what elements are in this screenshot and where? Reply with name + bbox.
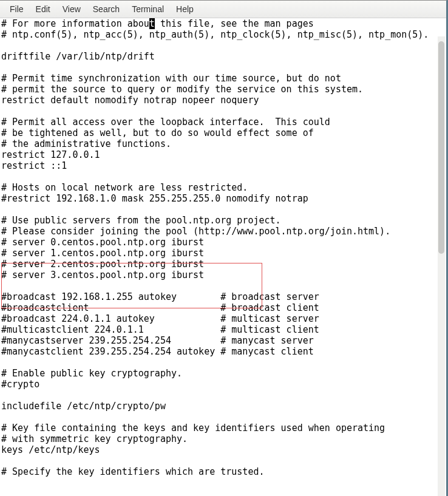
menu-help[interactable]: Help (170, 3, 200, 15)
menu-terminal[interactable]: Terminal (126, 3, 170, 15)
terminal-line: #multicastclient 224.0.1.1 # multicast c… (1, 324, 445, 335)
terminal-line: # Key file containing the keys and key i… (1, 423, 445, 433)
cursor: t (149, 18, 155, 29)
terminal-line: # Please consider joining the pool (http… (1, 226, 445, 237)
terminal-content[interactable]: # For more information about this file, … (0, 18, 446, 477)
terminal-line (1, 390, 445, 401)
terminal-line (1, 62, 445, 73)
terminal-line (1, 357, 445, 368)
terminal-line: # Hosts on local network are less restri… (1, 182, 445, 193)
terminal-line: keys /etc/ntp/keys (1, 444, 445, 455)
menu-search[interactable]: Search (87, 3, 126, 15)
terminal-line: # Permit time synchronization with our t… (1, 73, 445, 84)
terminal-line (1, 40, 445, 51)
terminal-line: # server 1.centos.pool.ntp.org iburst (1, 248, 445, 259)
terminal-line (1, 455, 445, 466)
terminal-line: # Use public servers from the pool.ntp.o… (1, 215, 445, 226)
terminal-line (1, 412, 445, 423)
terminal-line: #crypto (1, 379, 445, 390)
terminal-line: # Permit all access over the loopback in… (1, 117, 445, 127)
terminal-line: # Enable public key cryptography. (1, 368, 445, 379)
terminal-line (1, 204, 445, 215)
terminal-line: #broadcast 192.168.1.255 autokey # broad… (1, 291, 445, 302)
text-segment: this file, see the man pages (155, 18, 314, 29)
terminal-line: # with symmetric key cryptography. (1, 433, 445, 444)
terminal-line: # ntp.conf(5), ntp_acc(5), ntp_auth(5), … (1, 29, 445, 40)
terminal-line: # server 2.centos.pool.ntp.org iburst (1, 259, 445, 270)
terminal-line: restrict default nomodify notrap nopeer … (1, 95, 445, 106)
terminal-line: # Specify the key identifiers which are … (1, 466, 445, 477)
terminal-line (1, 171, 445, 182)
terminal-line: #broadcast 224.0.1.1 autokey # multicast… (1, 313, 445, 324)
terminal-line (1, 280, 445, 291)
text-segment: # For more information abou (1, 18, 149, 29)
terminal-line: # For more information about this file, … (1, 18, 445, 29)
terminal-line: #manycastserver 239.255.254.254 # manyca… (1, 335, 445, 346)
terminal-line: # permit the source to query or modify t… (1, 84, 445, 95)
terminal-area[interactable]: # For more information about this file, … (0, 18, 446, 496)
menu-view[interactable]: View (56, 3, 87, 15)
menubar: File Edit View Search Terminal Help (0, 1, 446, 18)
menu-edit[interactable]: Edit (30, 3, 56, 15)
terminal-line (1, 106, 445, 117)
terminal-line: includefile /etc/ntp/crypto/pw (1, 401, 445, 412)
terminal-line: # be tightened as well, but to do so wou… (1, 127, 445, 138)
terminal-line: # server 3.centos.pool.ntp.org iburst (1, 270, 445, 280)
terminal-line: #restrict 192.168.1.0 mask 255.255.255.0… (1, 193, 445, 204)
terminal-line: driftfile /var/lib/ntp/drift (1, 51, 445, 62)
menu-file[interactable]: File (4, 3, 30, 15)
terminal-line: restrict ::1 (1, 160, 445, 171)
scrollbar-thumb[interactable] (438, 41, 444, 254)
terminal-line: # server 0.centos.pool.ntp.org iburst (1, 237, 445, 248)
terminal-line: #broadcastclient # broadcast client (1, 302, 445, 313)
scrollbar[interactable] (438, 36, 445, 496)
terminal-line: # the administrative functions. (1, 138, 445, 149)
terminal-line: restrict 127.0.0.1 (1, 149, 445, 160)
terminal-line: #manycastclient 239.255.254.254 autokey … (1, 346, 445, 357)
